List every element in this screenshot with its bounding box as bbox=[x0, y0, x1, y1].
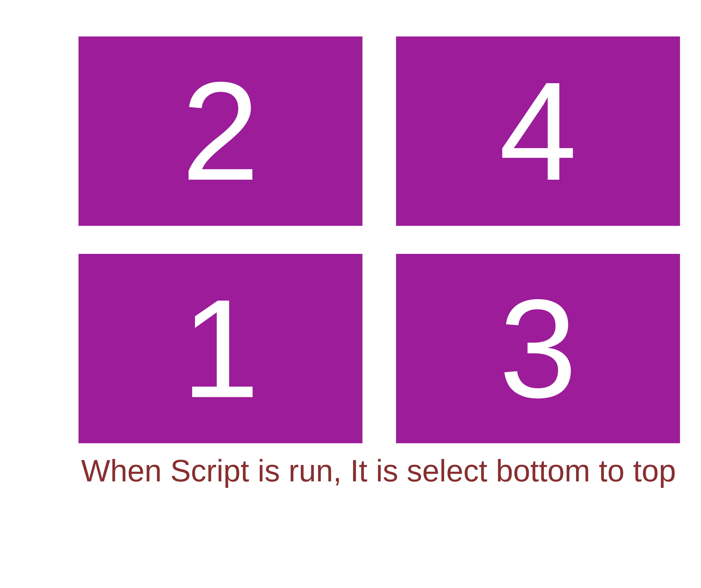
caption-text: When Script is run, It is select bottom … bbox=[0, 453, 701, 488]
tile-top-left: 2 bbox=[78, 36, 363, 226]
tile-number: 2 bbox=[181, 61, 259, 201]
tile-number: 4 bbox=[499, 61, 577, 201]
tile-top-right: 4 bbox=[396, 36, 680, 226]
tile-bottom-right: 3 bbox=[396, 254, 680, 443]
tile-number: 1 bbox=[181, 278, 259, 419]
tile-grid: 2 4 1 3 bbox=[78, 36, 680, 443]
tile-bottom-left: 1 bbox=[78, 254, 363, 443]
tile-number: 3 bbox=[499, 278, 577, 419]
